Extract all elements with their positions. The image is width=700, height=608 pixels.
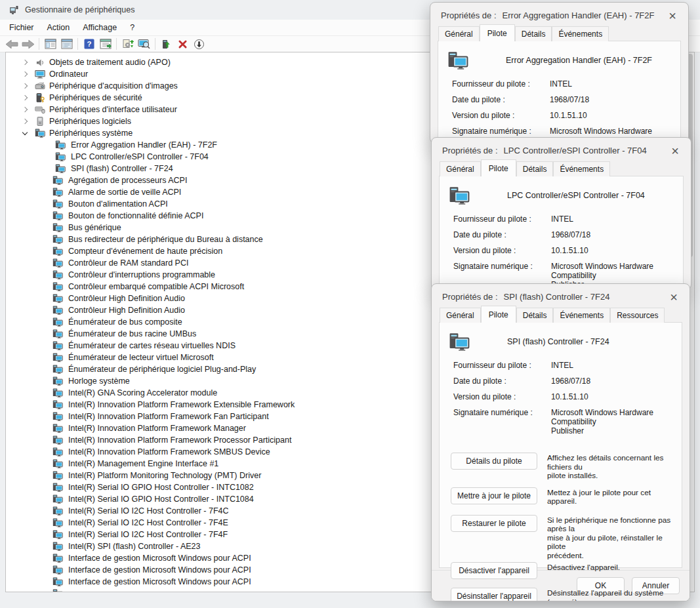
tree-item-label: Intel(R) Innovation Platform Framework F…: [68, 412, 269, 421]
system-device-icon: [52, 435, 63, 445]
tree-item-label: Bouton de fonctionnalité définie ACPI: [68, 211, 203, 220]
update-driver-icon: [122, 39, 134, 50]
driver-field-row: Signataire numérique :Microsoft Windows …: [453, 408, 675, 436]
tree-item-label: Intel(R) Serial IO GPIO Host Controller …: [68, 483, 254, 492]
dialog-title-device: Error Aggregation Handler (EAH) - 7F2F: [503, 10, 655, 20]
system-device-icon: [52, 211, 63, 221]
driver-field-row: Fournisseur du pilote :INTEL: [453, 361, 675, 370]
system-device-icon: [52, 577, 63, 587]
uninstall-x-icon: [178, 39, 188, 49]
device-icon: [447, 50, 469, 71]
help-button[interactable]: ?: [81, 37, 97, 51]
dialog-tab[interactable]: Détails: [515, 26, 552, 41]
dialog-tab[interactable]: Détails: [516, 308, 554, 323]
tree-item-label: Intel(R) Serial IO I2C Host Controller -…: [68, 518, 228, 527]
expand-chevron-icon[interactable]: [22, 70, 30, 78]
tree-item-label: Bus redirecteur de périphérique du Burea…: [68, 235, 263, 244]
tree-item-label: Périphériques d'interface utilisateur: [49, 105, 177, 114]
tree-item-label: Contrôleur High Definition Audio: [68, 294, 185, 303]
tree-item-label: Énumérateur de bus racine UMBus: [68, 329, 196, 338]
uninstall-device-button[interactable]: Désinstaller l'appareil: [451, 588, 537, 601]
driver-details-button[interactable]: Détails du pilote: [451, 453, 537, 470]
tree-item-label: Contrôleur High Definition Audio: [68, 306, 185, 315]
expand-chevron-icon[interactable]: [22, 94, 30, 102]
tree-item-label: Intel(R) Innovation Platform Framework M…: [68, 424, 246, 433]
tree-item-label: Intel(R) SPI (flash) Controller - AE23: [68, 542, 200, 551]
expand-chevron-icon[interactable]: [22, 58, 30, 66]
expand-chevron-icon[interactable]: [22, 117, 30, 125]
update-driver-button[interactable]: [119, 37, 136, 51]
menu-affichage[interactable]: Affichage: [76, 21, 123, 34]
expand-chevron-icon[interactable]: [22, 82, 30, 90]
dialog-title-prefix: Propriétés de :: [442, 292, 498, 302]
driver-action-row: Restaurer le piloteSi le périphérique ne…: [451, 515, 675, 561]
driver-fields: Fournisseur du pilote :INTELDate du pilo…: [440, 358, 682, 446]
dialog-tab[interactable]: Pilote: [481, 159, 516, 176]
device-icon: [448, 331, 470, 352]
system-device-icon: [52, 388, 63, 398]
dialog-tab[interactable]: Détails: [516, 161, 554, 176]
tree-item-label: LPC Controller/eSPI Controller - 7F04: [71, 152, 209, 161]
close-icon[interactable]: ×: [669, 146, 682, 155]
properties-dialog-eah: Propriétés de : Error Aggregation Handle…: [430, 2, 689, 144]
tree-item-label: Interface de gestion Microsoft Windows p…: [68, 554, 251, 563]
dialog-tab[interactable]: Ressources: [610, 308, 665, 323]
disable-device-button[interactable]: [191, 37, 207, 51]
software-device-icon: [35, 116, 45, 127]
tree-item-label: Interface de gestion Microsoft Windows p…: [68, 577, 251, 586]
tree-item-label: Énumérateur de périphérique logiciel Plu…: [68, 365, 256, 374]
enable-device-button[interactable]: [158, 37, 175, 51]
back-button[interactable]: [3, 37, 20, 51]
console-tree-button[interactable]: [42, 37, 58, 51]
menu-action[interactable]: Action: [41, 21, 77, 34]
driver-action-row: Mettre à jour le piloteMettez à jour le …: [451, 487, 675, 506]
dialog-tab[interactable]: Événements: [553, 161, 610, 176]
system-device-icon: [35, 128, 45, 138]
field-value: 10.1.51.10: [550, 111, 674, 120]
tree-item-label: Compteur d'événement de haute précision: [68, 247, 222, 256]
system-device-icon: [52, 199, 63, 209]
tree-item-label: Intel(R) Serial IO I2C Host Controller -…: [68, 530, 228, 539]
dialog-tab[interactable]: Pilote: [481, 306, 516, 323]
system-device-icon: [52, 529, 63, 540]
close-icon[interactable]: ×: [667, 293, 680, 302]
close-icon[interactable]: ×: [666, 11, 679, 20]
driver-tab-panel: Error Aggregation Handler (EAH) - 7F2F F…: [438, 41, 681, 144]
properties-button[interactable]: [58, 37, 75, 51]
system-device-icon: [52, 376, 63, 386]
dialog-tab[interactable]: Événements: [552, 26, 609, 41]
menu-help[interactable]: ?: [123, 21, 141, 34]
dialog-title-prefix: Propriétés de :: [441, 10, 497, 20]
tree-item-label: Périphériques logiciels: [49, 117, 131, 126]
uninstall-device-button[interactable]: [175, 37, 191, 51]
dialog-tab[interactable]: Général: [440, 308, 481, 323]
dialog-tab[interactable]: Pilote: [480, 24, 515, 41]
system-device-icon: [52, 340, 63, 351]
driver-field-row: Fournisseur du pilote :INTEL: [453, 214, 676, 224]
field-value: 10.1.51.10: [551, 392, 675, 401]
system-device-icon: [52, 270, 63, 280]
forward-button[interactable]: [20, 37, 36, 51]
scan-hardware-button[interactable]: [136, 37, 152, 51]
hid-device-icon: [35, 104, 45, 115]
driver-action-row: Désinstaller l'appareilDésinstallez l'ap…: [451, 588, 675, 601]
system-device-icon: [52, 541, 63, 552]
scan-hardware-icon: [138, 39, 150, 49]
tree-item-label: Intel(R) Platform Monitoring Technology …: [68, 471, 261, 480]
device-header: LPC Controller/eSPI Controller - 7F04: [440, 176, 683, 212]
export-list-button[interactable]: [97, 37, 113, 51]
forward-arrow-icon: [22, 39, 35, 50]
expand-chevron-icon[interactable]: [22, 129, 30, 137]
tree-item-label: Périphériques de sécurité: [49, 93, 142, 102]
tree-item-label: Contrôleur d'interruptions programmable: [68, 270, 215, 279]
update-driver-button[interactable]: Mettre à jour le pilote: [451, 487, 537, 504]
dialog-tab[interactable]: Événements: [553, 308, 610, 323]
dialog-tab[interactable]: Général: [440, 161, 481, 176]
menu-fichier[interactable]: Fichier: [3, 21, 41, 34]
expand-chevron-icon[interactable]: [22, 106, 30, 113]
disable-device-button[interactable]: Désactiver l'appareil: [451, 562, 537, 579]
window-title: Gestionnaire de périphériques: [25, 5, 134, 14]
dialog-tab[interactable]: Général: [438, 26, 480, 41]
field-value: 1968/07/18: [551, 230, 676, 239]
roll-back-driver-button[interactable]: Restaurer le pilote: [451, 515, 537, 532]
